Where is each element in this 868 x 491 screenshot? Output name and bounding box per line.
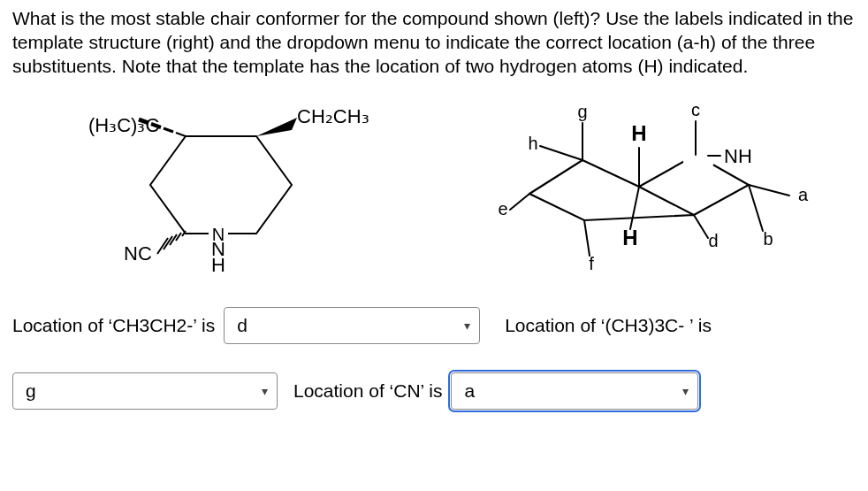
- svg-marker-5: [256, 118, 297, 136]
- q1-select[interactable]: d ▾: [224, 307, 480, 344]
- chevron-down-icon: ▾: [682, 384, 689, 398]
- ring-nh-label: NH: [724, 145, 752, 167]
- sub1-label: (H₃C)₃C: [88, 114, 159, 136]
- left-structure: N H N (H₃C)₃C CH₂CH₃ NC: [0, 96, 434, 282]
- answer-row-1: Location of ‘CH3CH2-’ is d ▾ Location of…: [12, 307, 856, 344]
- chevron-down-icon: ▾: [262, 384, 268, 398]
- svg-line-1: [176, 133, 186, 136]
- q2-select-value: g: [26, 380, 253, 402]
- q3-select-value: a: [464, 380, 674, 402]
- pos-g-label: g: [577, 102, 587, 121]
- svg-marker-0: [150, 136, 292, 234]
- h-top-label: H: [631, 121, 646, 145]
- q2-label: Location of ‘(CH3)3C- ’ is: [505, 315, 712, 336]
- chevron-down-icon: ▾: [464, 318, 470, 333]
- right-structure: – NH: [434, 96, 868, 282]
- q2-select[interactable]: g ▾: [12, 372, 278, 410]
- pos-c-label: c: [691, 100, 700, 119]
- svg-line-7: [176, 233, 181, 241]
- h-bottom-label: H: [622, 226, 637, 249]
- svg-text:N: N: [212, 225, 225, 244]
- q1-label: Location of ‘CH3CH2-’ is: [12, 315, 215, 336]
- pos-e-label: e: [498, 199, 507, 219]
- q3-select[interactable]: a ▾: [451, 372, 698, 410]
- ring-h-label: H: [211, 254, 225, 276]
- figures-area: N H N (H₃C)₃C CH₂CH₃ NC – NH: [0, 96, 868, 282]
- pos-a-label: a: [798, 185, 809, 204]
- q1-select-value: d: [237, 315, 455, 336]
- sub2-label: CH₂CH₃: [297, 105, 369, 127]
- pos-h-label: h: [528, 134, 537, 153]
- answers-area: Location of ‘CH3CH2-’ is d ▾ Location of…: [0, 307, 868, 410]
- answer-row-2: g ▾ Location of ‘CN’ is a ▾: [12, 372, 856, 410]
- question-text: What is the most stable chair conformer …: [0, 0, 868, 79]
- svg-line-2: [164, 128, 173, 132]
- pos-b-label: b: [763, 229, 773, 249]
- q3-label: Location of ‘CN’ is: [293, 380, 442, 402]
- pos-f-label: f: [589, 254, 594, 273]
- pos-d-label: d: [708, 231, 718, 250]
- sub3-label: NC: [124, 242, 152, 265]
